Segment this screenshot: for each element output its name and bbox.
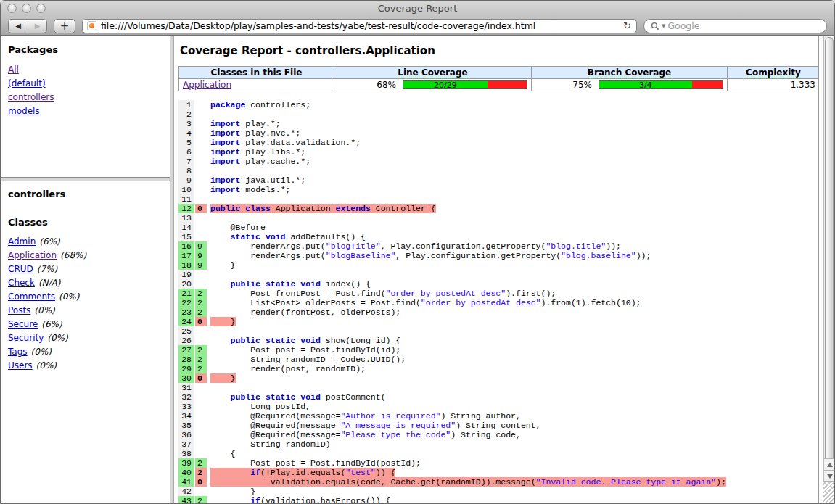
package-link[interactable]: (default): [8, 78, 163, 88]
class-name-cell: Application: [179, 79, 334, 91]
class-link[interactable]: Comments: [8, 292, 55, 302]
source-line: 6import play.libs.*;: [178, 147, 818, 157]
source-line: 25: [178, 326, 818, 336]
hit-count: [195, 185, 207, 194]
code-text: {: [207, 449, 236, 458]
source-line: 410 validation.equals(code, Cache.get(ra…: [178, 477, 818, 487]
search-icon: [651, 22, 659, 30]
source-line: 169 renderArgs.put("blogTitle", Play.con…: [178, 241, 818, 251]
address-bar[interactable]: ↻: [82, 19, 637, 33]
line-number: 11: [178, 194, 195, 204]
header-classes-in-file: Classes in this File: [179, 67, 334, 79]
class-link[interactable]: Security: [8, 333, 44, 343]
hit-count: 0: [195, 317, 207, 326]
source-line: 33 Long postId,: [178, 402, 818, 411]
back-button[interactable]: ◀: [9, 20, 28, 33]
class-list-item: Secure(6%): [8, 319, 163, 329]
scrollbar-thumb[interactable]: [825, 37, 834, 467]
reload-icon[interactable]: ↻: [623, 20, 632, 31]
search-input[interactable]: [667, 20, 820, 31]
source-line: 36 @Required(message="Please type the co…: [178, 430, 818, 439]
hit-count: 2: [195, 345, 207, 355]
plus-icon: +: [60, 20, 70, 33]
class-list-item: Application(68%): [8, 250, 163, 260]
source-line: 10import models.*;: [178, 185, 818, 194]
hit-count: 2: [195, 364, 207, 373]
packages-heading: Packages: [8, 44, 163, 55]
line-number: 3: [178, 119, 195, 128]
package-link[interactable]: models: [8, 106, 163, 116]
class-coverage-percent: (6%): [41, 319, 62, 329]
class-link[interactable]: Secure: [8, 319, 38, 329]
hit-count: [195, 421, 207, 430]
url-input[interactable]: [101, 20, 619, 31]
classes-list: Admin(6%)Application(68%)CRUD(7%)Check(N…: [8, 236, 163, 371]
window-resize-grip[interactable]: [823, 481, 834, 503]
source-line: 14 @Before: [178, 223, 818, 232]
hit-count: 2: [195, 298, 207, 307]
forward-button[interactable]: ▶: [28, 20, 46, 33]
close-button[interactable]: [7, 4, 17, 13]
hit-count: 2: [195, 289, 207, 298]
line-number: 21: [178, 289, 195, 298]
source-line: 292 render(post, randomID);: [178, 364, 818, 373]
frame-edge: [818, 36, 823, 504]
package-link[interactable]: All: [8, 65, 163, 75]
line-number: 19: [178, 270, 195, 279]
source-line: 189 }: [178, 260, 818, 270]
hit-count: [195, 100, 207, 110]
source-line: 8: [178, 166, 818, 175]
package-link[interactable]: controllers: [8, 92, 163, 102]
class-link[interactable]: Users: [8, 360, 33, 371]
line-number: 13: [178, 213, 195, 223]
line-number: 37: [178, 439, 195, 449]
source-line: 2: [178, 110, 818, 119]
source-line: 232 render(frontPost, olderPosts);: [178, 307, 818, 317]
hit-count: [195, 270, 207, 279]
hit-count: 2: [195, 496, 207, 504]
report-title: Coverage Report - controllers.Applicatio…: [180, 44, 818, 57]
class-link[interactable]: Check: [8, 278, 35, 288]
line-number: 5: [178, 138, 195, 147]
class-list-item: Tags(0%): [8, 347, 163, 357]
line-number: 39: [178, 458, 195, 468]
hit-count: 0: [195, 373, 207, 383]
search-options-caret-icon[interactable]: ▼: [662, 23, 665, 29]
package-name-heading: controllers: [8, 189, 163, 199]
class-link[interactable]: Tags: [8, 347, 28, 357]
class-file-link[interactable]: Application: [183, 80, 231, 90]
add-tab-button[interactable]: +: [54, 19, 75, 33]
complexity-cell: 1.333: [728, 79, 820, 91]
class-coverage-percent: (N/A): [38, 278, 61, 288]
down-arrow-icon: [827, 474, 833, 479]
code-text: import play.cache.*;: [207, 157, 310, 166]
header-line-coverage: Line Coverage: [334, 67, 532, 79]
scroll-up-button[interactable]: [824, 458, 835, 470]
browser-toolbar: ◀ ▶ + ↻ ▼: [1, 17, 834, 36]
class-list-item: Security(0%): [8, 333, 163, 343]
vertical-scrollbar[interactable]: [823, 36, 834, 504]
scroll-down-button[interactable]: [824, 470, 835, 482]
line-number: 36: [178, 430, 195, 439]
class-link[interactable]: Posts: [8, 305, 30, 315]
search-field[interactable]: ▼: [643, 19, 827, 33]
line-number: 7: [178, 157, 195, 166]
title-bar[interactable]: Coverage Report: [1, 1, 834, 17]
class-link[interactable]: Admin: [8, 236, 36, 247]
hit-count: 9: [195, 260, 207, 270]
class-link[interactable]: Application: [8, 250, 57, 260]
line-number: 22: [178, 298, 195, 307]
source-line: 212 Post frontPost = Post.find("order by…: [178, 289, 818, 298]
source-line: 7import play.cache.*;: [178, 157, 818, 166]
hit-count: [195, 392, 207, 402]
minimize-button[interactable]: [22, 4, 31, 13]
code-text: render(post, randomID);: [207, 364, 366, 373]
class-link[interactable]: CRUD: [8, 264, 33, 274]
hit-count: [195, 326, 207, 336]
hit-count: 9: [195, 251, 207, 260]
line-number: 17: [178, 251, 195, 260]
zoom-button[interactable]: [36, 4, 46, 13]
line-number: 9: [178, 175, 195, 185]
code-text: Post post = Post.findById(postId);: [207, 458, 421, 468]
hit-count: 9: [195, 241, 207, 251]
